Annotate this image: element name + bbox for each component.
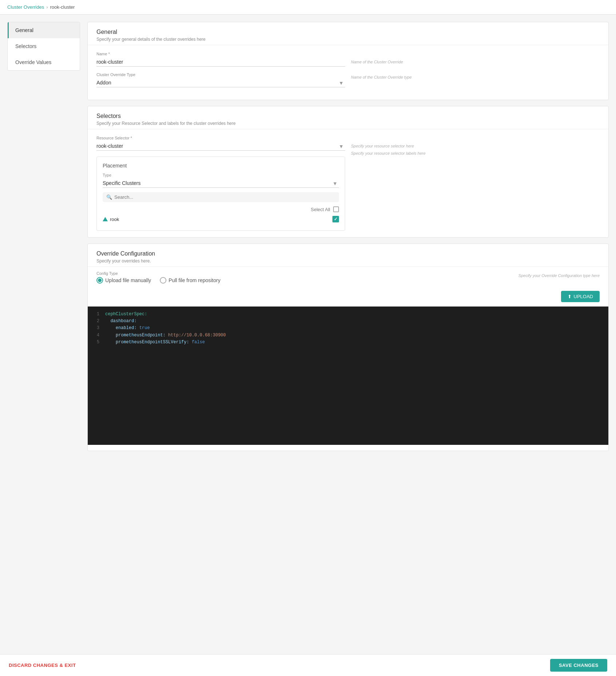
placement-box: Placement Type Specific Clusters ▼ 🔍 (96, 157, 345, 231)
type-field-row: Cluster Override Type Addon ▼ (96, 72, 345, 87)
cluster-label-rook: rook (110, 217, 119, 222)
general-body: Name * Cluster Override Type Addon ▼ (88, 45, 608, 100)
select-all-label: Select All (311, 207, 330, 212)
sidebar-item-override-values[interactable]: Override Values (8, 54, 80, 70)
footer-bar: DISCARD CHANGES & EXIT SAVE CHANGES (0, 654, 616, 676)
type-select-wrapper: Addon ▼ (96, 78, 345, 87)
top-bar: Cluster Overrides › rook-cluster (0, 0, 616, 15)
override-config-title: Override Configuration (96, 250, 600, 257)
type-select[interactable]: Addon (96, 78, 345, 87)
placement-type-select[interactable]: Specific Clusters (103, 179, 339, 188)
radio-upload-label: Upload file manually (105, 277, 151, 283)
radio-pull-outer (160, 277, 166, 284)
radio-upload[interactable]: Upload file manually (96, 277, 151, 284)
override-config-header: Override Configuration Specify your over… (88, 244, 608, 267)
radio-upload-outer (96, 277, 103, 284)
selectors-body: Resource Selector * rook-cluster ▼ Place… (88, 129, 608, 237)
upload-icon: ⬆ (568, 294, 572, 299)
radio-pull[interactable]: Pull file from repository (160, 277, 220, 284)
breadcrumb-parent[interactable]: Cluster Overrides (7, 4, 44, 10)
upload-label: UPLOAD (574, 294, 593, 299)
cluster-checkbox-rook[interactable] (332, 216, 339, 222)
placement-type-label: Type (103, 173, 339, 177)
config-type-label: Config Type (96, 271, 220, 276)
code-line-5: prometheusEndpointSSLVerify: false (105, 339, 604, 346)
config-type-left: Config Type Upload file manually Pull fi… (96, 271, 220, 288)
resource-selector-row: Resource Selector * rook-cluster ▼ (96, 136, 345, 151)
cluster-name-rook: rook (103, 217, 119, 222)
config-type-row: Config Type Upload file manually Pull fi… (88, 267, 608, 288)
selectors-subtitle: Specify your Resource Selector and label… (96, 121, 600, 126)
content-area: General Specify your general details of … (87, 22, 609, 451)
override-config-subtitle: Specify your overrides here. (96, 258, 600, 264)
resource-select[interactable]: rook-cluster (96, 142, 345, 151)
breadcrumb: Cluster Overrides › rook-cluster (7, 4, 609, 10)
resource-select-wrapper: rook-cluster ▼ (96, 142, 345, 151)
code-content: cephClusterSpec: dashboard: enabled: tru… (105, 311, 604, 440)
code-line-1: cephClusterSpec: (105, 311, 604, 318)
general-subtitle: Specify your general details of the clus… (96, 37, 600, 42)
radio-group: Upload file manually Pull file from repo… (96, 277, 220, 284)
cluster-search-box: 🔍 (103, 192, 339, 202)
breadcrumb-current: rook-cluster (50, 4, 75, 10)
radio-upload-inner (98, 278, 102, 282)
general-title: General (96, 29, 600, 35)
name-field-row: Name * (96, 52, 345, 67)
name-input[interactable] (96, 58, 345, 67)
line-numbers: 1 2 3 4 5 (92, 311, 99, 440)
code-editor[interactable]: 1 2 3 4 5 cephClusterSpec: dashboard: en… (88, 307, 608, 445)
upload-button[interactable]: ⬆ UPLOAD (561, 291, 600, 302)
type-hint: Name of the Cluster Override type (351, 75, 600, 79)
cluster-search-input[interactable] (114, 194, 335, 200)
labels-hint: Specify your resource selector labels he… (351, 151, 600, 155)
cluster-expand-icon[interactable] (103, 217, 108, 221)
name-label: Name * (96, 52, 345, 56)
select-all-checkbox[interactable] (333, 206, 339, 212)
general-header: General Specify your general details of … (88, 22, 608, 45)
selectors-header: Selectors Specify your Resource Selector… (88, 106, 608, 129)
upload-row: ⬆ UPLOAD (88, 288, 608, 307)
search-icon: 🔍 (106, 194, 112, 200)
selectors-title: Selectors (96, 113, 600, 119)
breadcrumb-separator: › (46, 4, 48, 10)
save-button[interactable]: SAVE CHANGES (550, 659, 607, 672)
placement-type-select-wrapper: Specific Clusters ▼ (103, 179, 339, 188)
sidebar-item-selectors[interactable]: Selectors (8, 38, 80, 54)
placement-title: Placement (103, 163, 339, 169)
cluster-row-rook: rook (103, 214, 339, 225)
resource-hint: Specify your resource selector here (351, 144, 600, 148)
name-hint: Name of the Cluster Override (351, 60, 600, 64)
discard-button[interactable]: DISCARD CHANGES & EXIT (9, 663, 76, 668)
code-line-2: dashboard: (105, 318, 604, 325)
general-section: General Specify your general details of … (87, 22, 609, 100)
sidebar: General Selectors Override Values (7, 22, 80, 71)
type-label: Cluster Override Type (96, 72, 345, 77)
radio-pull-label: Pull file from repository (169, 277, 220, 283)
override-config-section: Override Configuration Specify your over… (87, 244, 609, 451)
config-type-hint: Specify your Override Configuration type… (518, 273, 600, 278)
code-line-4: prometheusEndpoint: http://10.0.0.68:309… (105, 332, 604, 339)
selectors-section: Selectors Specify your Resource Selector… (87, 106, 609, 238)
code-line-3: enabled: true (105, 325, 604, 332)
resource-label: Resource Selector * (96, 136, 345, 140)
select-all-row: Select All (103, 205, 339, 214)
sidebar-item-general[interactable]: General (8, 22, 80, 38)
